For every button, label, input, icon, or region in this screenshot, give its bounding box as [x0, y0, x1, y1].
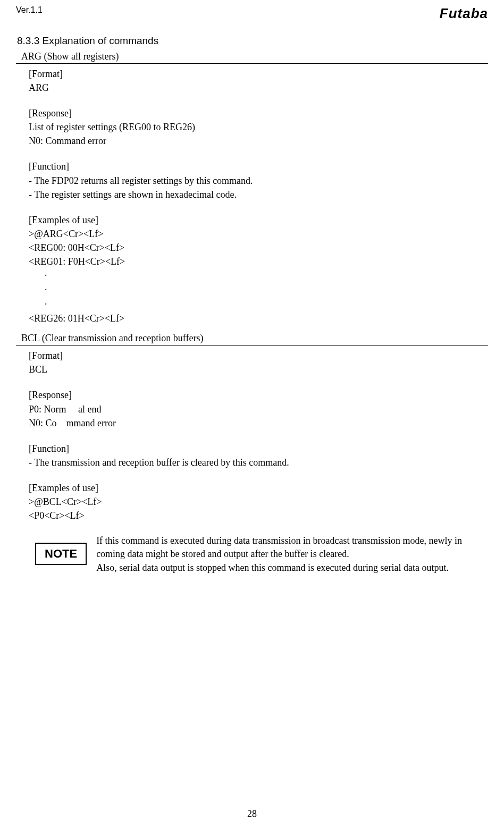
function-line: - The transmission and reception buffer …	[29, 456, 488, 469]
function-label: [Function]	[29, 159, 488, 173]
example-line: <REG00: 00H<Cr><Lf>	[29, 241, 488, 255]
page-header: Ver.1.1 Futaba	[16, 5, 488, 22]
response-line: N0: Command error	[29, 134, 488, 148]
example-line: >@BCL<Cr><Lf>	[29, 495, 488, 509]
response-line: List of register settings (REG00 to REG2…	[29, 120, 488, 134]
response-label: [Response]	[29, 106, 488, 120]
response-line: P0: Norm al end	[29, 402, 488, 416]
example-line: >@ARG<Cr><Lf>	[29, 227, 488, 241]
response-line: N0: Co mmand error	[29, 416, 488, 430]
example-line: <REG01: F0H<Cr><Lf>	[29, 255, 488, 268]
command-body-bcl: [Format] BCL [Response] P0: Norm al end …	[16, 345, 488, 522]
brand-logo: Futaba	[440, 5, 488, 22]
examples-label: [Examples of use]	[29, 481, 488, 495]
function-line: - The register settings are shown in hex…	[29, 188, 488, 201]
command-body-arg: [Format] ARG [Response] List of register…	[16, 64, 488, 325]
examples-label: [Examples of use]	[29, 213, 488, 227]
ellipsis-dot: ·	[29, 268, 488, 283]
command-header-arg: ARG (Show all registers)	[16, 51, 488, 64]
example-line: <REG26: 01H<Cr><Lf>	[29, 311, 488, 325]
page-number: 28	[247, 808, 257, 820]
format-label: [Format]	[29, 67, 488, 81]
function-line: - The FDP02 returns all register setting…	[29, 174, 488, 188]
format-value: BCL	[29, 363, 488, 376]
command-header-bcl: BCL (Clear transmission and reception bu…	[16, 333, 488, 345]
function-label: [Function]	[29, 442, 488, 456]
note-section: NOTE If this command is executed during …	[16, 534, 488, 575]
version-label: Ver.1.1	[16, 5, 43, 15]
note-text: If this command is executed during data …	[96, 534, 488, 575]
note-label-box: NOTE	[35, 543, 87, 565]
format-label: [Format]	[29, 349, 488, 363]
section-title: 8.3.3 Explanation of commands	[16, 35, 488, 47]
format-value: ARG	[29, 81, 488, 95]
response-label: [Response]	[29, 388, 488, 402]
ellipsis-dot: ·	[29, 297, 488, 311]
ellipsis-dot: ·	[29, 283, 488, 297]
example-line: <P0<Cr><Lf>	[29, 509, 488, 522]
